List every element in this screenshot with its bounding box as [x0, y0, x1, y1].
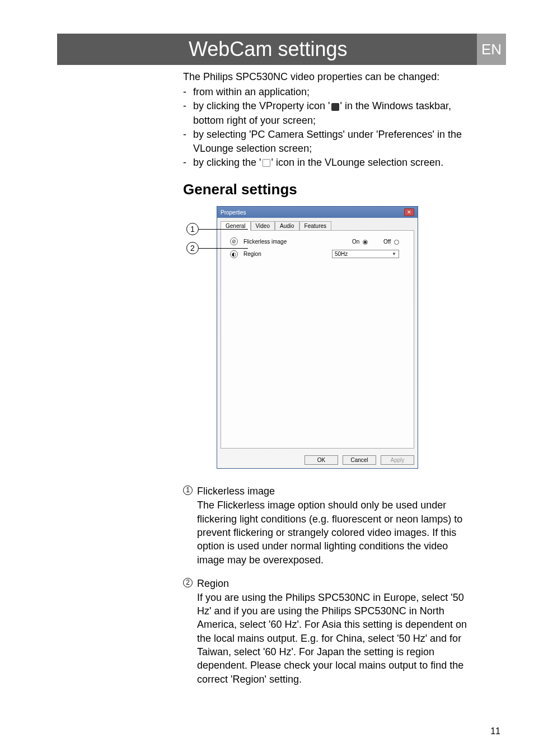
bullet-4-text: by clicking the '' icon in the VLounge s…	[193, 156, 477, 170]
bullet-3: - by selecting 'PC Camera Settings' unde…	[183, 128, 477, 156]
page-number: 11	[490, 726, 500, 736]
desc-2: 2 Region If you are using the Philips SP…	[183, 578, 477, 686]
intro-text: The Philips SPC530NC video properties ca…	[183, 70, 477, 84]
chevron-down-icon: ▼	[392, 251, 396, 256]
webcam-icon	[331, 103, 339, 111]
language-badge: EN	[477, 34, 506, 65]
settings-icon	[263, 159, 270, 167]
close-icon[interactable]: ✕	[404, 208, 414, 216]
ok-button[interactable]: OK	[305, 455, 338, 465]
cancel-button[interactable]: Cancel	[343, 455, 376, 465]
bullet-1: - from within an application;	[183, 85, 477, 99]
descriptions: 1 Flickerless image The Flickerless imag…	[183, 486, 477, 686]
header-title-bar: WebCam settings	[183, 34, 477, 65]
dialog-title: Properties	[221, 209, 246, 216]
tab-video[interactable]: Video	[251, 221, 275, 230]
page-title: WebCam settings	[189, 38, 347, 61]
content-area: The Philips SPC530NC video properties ca…	[183, 70, 477, 697]
section-heading: General settings	[183, 181, 477, 198]
bullet-2-text: by clicking the VProperty icon '' in the…	[193, 99, 477, 127]
bullet-2: - by clicking the VProperty icon '' in t…	[183, 99, 477, 127]
radio-off-label[interactable]: Off	[383, 239, 399, 245]
radio-off[interactable]	[394, 240, 399, 245]
language-code: EN	[481, 41, 502, 58]
dialog-body: ⊘ Flickerless image On Off ◐ Region 50Hz…	[221, 230, 414, 449]
callout-1: 1	[186, 223, 248, 235]
radio-on-label[interactable]: On	[352, 239, 368, 245]
region-select[interactable]: 50Hz ▼	[332, 250, 399, 258]
radio-on[interactable]	[363, 240, 368, 245]
header-accent-bar	[57, 34, 183, 65]
dialog-buttons: OK Cancel Apply	[217, 452, 418, 468]
desc-1: 1 Flickerless image The Flickerless imag…	[183, 486, 477, 566]
dialog-illustration: 1 2 Properties ✕ General Video Audio Fea…	[183, 206, 477, 469]
tab-audio[interactable]: Audio	[275, 221, 299, 230]
apply-button: Apply	[381, 455, 414, 465]
callout-2: 2	[186, 242, 248, 254]
row-region: ◐ Region 50Hz ▼	[230, 250, 405, 258]
dialog-titlebar: Properties ✕	[217, 207, 418, 218]
row-flickerless: ⊘ Flickerless image On Off	[230, 237, 405, 245]
bullet-4: - by clicking the '' icon in the VLounge…	[183, 156, 477, 170]
tab-features[interactable]: Features	[299, 221, 331, 230]
